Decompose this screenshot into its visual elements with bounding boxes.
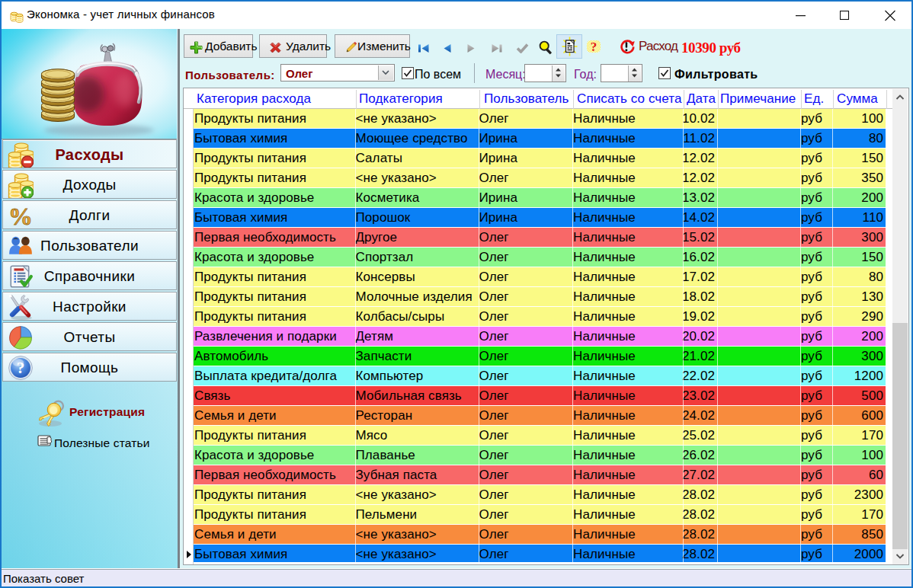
svg-text:?: ?: [591, 40, 597, 53]
